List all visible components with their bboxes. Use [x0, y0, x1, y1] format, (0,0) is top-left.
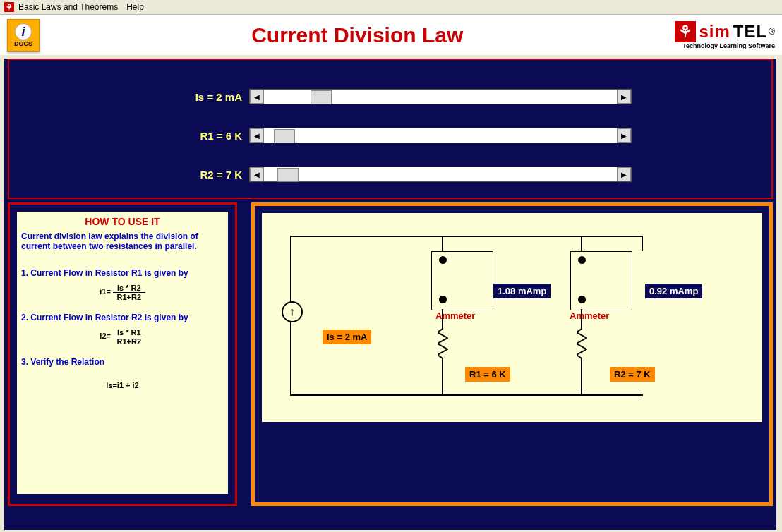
current-source-icon: ↑ — [282, 301, 303, 322]
formula-i2: i2= Is * R1 R1+R2 — [21, 328, 224, 346]
logo-reg: ® — [769, 27, 775, 37]
docs-label: DOCS — [14, 40, 32, 47]
logo-mark-icon: ⚘ — [675, 21, 696, 42]
howto-step3: 3. Verify the Relation — [21, 357, 224, 367]
scrollbar-right-arrow-icon[interactable]: ▶ — [617, 167, 631, 181]
scrollbar-thumb[interactable] — [277, 168, 299, 182]
app-icon: ⚘ — [4, 2, 14, 12]
formula-num: Is * R2 — [113, 284, 145, 293]
bottom-row: HOW TO USE IT Current division law expla… — [8, 202, 773, 506]
howto-inner: HOW TO USE IT Current division law expla… — [17, 212, 228, 494]
ammeter-2-label: Ammeter — [570, 310, 609, 321]
param-row-is: Is = 2 mA ◀ ▶ — [179, 88, 632, 105]
value-is: Is = 2 mA — [323, 330, 371, 344]
ammeter-1 — [431, 251, 493, 310]
scrollbar-thumb[interactable] — [274, 129, 295, 143]
param-row-r1: R1 = 6 K ◀ ▶ — [179, 127, 632, 144]
scrollbar-left-arrow-icon[interactable]: ◀ — [250, 90, 264, 104]
circuit-canvas: ↑ — [262, 213, 762, 422]
wire — [642, 236, 643, 251]
scrollbar-r2[interactable]: ◀ ▶ — [249, 167, 632, 182]
header-bar: i DOCS Current Division Law ⚘ simTEL ® T… — [0, 15, 782, 55]
menu-help[interactable]: Help — [126, 2, 144, 12]
scrollbar-right-arrow-icon[interactable]: ▶ — [617, 128, 631, 143]
menu-title[interactable]: Basic Laws and Theorems — [18, 2, 118, 12]
parameter-panel: Is = 2 mA ◀ ▶ R1 = 6 K ◀ ▶ R2 = 7 K ◀ ▶ — [8, 59, 773, 199]
scrollbar-left-arrow-icon[interactable]: ◀ — [250, 167, 264, 181]
ammeter-2 — [570, 251, 632, 310]
page-title: Current Division Law — [251, 23, 463, 47]
param-label-is: Is = 2 mA — [179, 91, 242, 103]
wire — [290, 236, 643, 237]
howto-description: Current division law explains the divisi… — [21, 231, 224, 251]
howto-step2: 2. Current Flow in Resistor R2 is given … — [21, 313, 224, 322]
value-r2: R2 = 7 K — [610, 367, 655, 382]
param-label-r2: R2 = 7 K — [179, 169, 242, 181]
scrollbar-is[interactable]: ◀ ▶ — [249, 89, 632, 104]
param-label-r1: R1 = 6 K — [179, 130, 242, 142]
scrollbar-track[interactable] — [264, 129, 617, 142]
ammeter-terminal-icon — [439, 296, 447, 303]
wire — [442, 361, 443, 395]
wire — [581, 236, 582, 251]
howto-step1: 1. Current Flow in Resistor R1 is given … — [21, 268, 224, 278]
main-body: Is = 2 mA ◀ ▶ R1 = 6 K ◀ ▶ R2 = 7 K ◀ ▶ — [4, 59, 776, 530]
formula-lhs: i1= — [100, 287, 111, 296]
formula-num: Is * R1 — [113, 328, 145, 337]
scrollbar-left-arrow-icon[interactable]: ◀ — [250, 128, 264, 143]
logo-tagline: Technology Learning Software — [682, 42, 775, 49]
readout-ammeter-1: 1.08 mAmp — [493, 284, 551, 298]
info-icon: i — [15, 23, 32, 40]
ammeter-1-label: Ammeter — [435, 310, 475, 321]
param-row-r2: R2 = 7 K ◀ ▶ — [179, 166, 632, 183]
logo: ⚘ simTEL ® Technology Learning Software — [675, 21, 775, 49]
wire — [290, 394, 643, 396]
howto-panel: HOW TO USE IT Current division law expla… — [8, 202, 237, 506]
scrollbar-track[interactable] — [264, 168, 617, 181]
resistor-r1-icon — [438, 326, 448, 361]
ammeter-terminal-icon — [578, 296, 586, 303]
scrollbar-r1[interactable]: ◀ ▶ — [249, 128, 632, 143]
logo-sim: sim — [699, 22, 730, 42]
docs-button[interactable]: i DOCS — [7, 19, 40, 52]
resistor-r2-icon — [577, 326, 587, 361]
circuit-panel: ↑ — [251, 202, 773, 506]
scrollbar-track[interactable] — [264, 90, 617, 103]
howto-title: HOW TO USE IT — [21, 216, 224, 227]
wire — [581, 361, 582, 395]
scrollbar-thumb[interactable] — [311, 90, 332, 104]
formula-den: R1+R2 — [117, 293, 142, 301]
ammeter-terminal-icon — [578, 256, 586, 264]
formula-lhs: i2= — [100, 332, 111, 340]
formula-den: R1+R2 — [117, 337, 142, 346]
wire — [442, 236, 443, 251]
scrollbar-right-arrow-icon[interactable]: ▶ — [617, 90, 631, 104]
logo-tel: TEL — [733, 22, 767, 42]
ammeter-terminal-icon — [439, 256, 447, 264]
value-r1: R1 = 6 K — [465, 367, 510, 382]
formula-i1: i1= Is * R2 R1+R2 — [21, 284, 224, 301]
readout-ammeter-2: 0.92 mAmp — [645, 284, 702, 298]
relation: Is=i1 + i2 — [21, 381, 224, 389]
menubar: ⚘ Basic Laws and Theorems Help — [0, 0, 782, 15]
